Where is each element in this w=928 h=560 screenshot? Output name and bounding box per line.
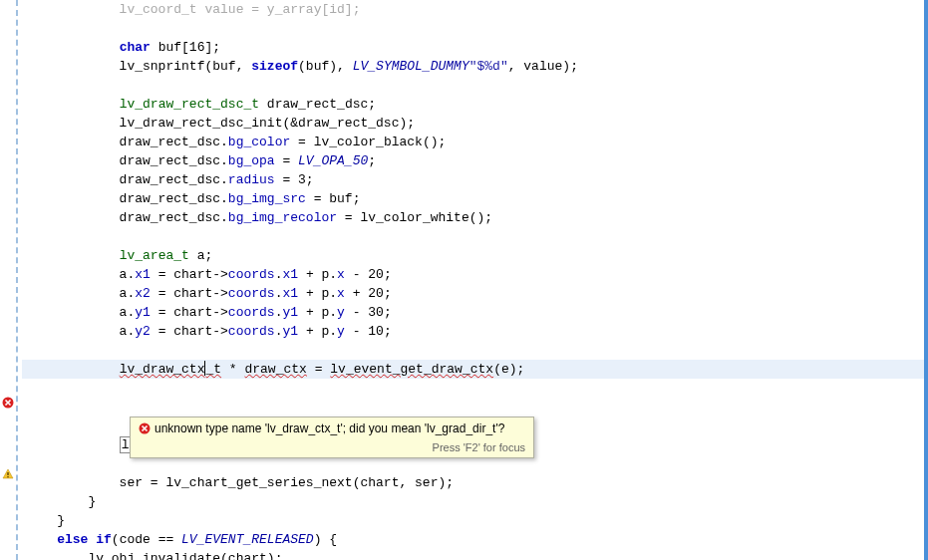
- code-line[interactable]: lv_snprintf(buf, sizeof(buf), LV_SYMBOL_…: [22, 57, 924, 76]
- error-icon[interactable]: [2, 397, 14, 409]
- error-icon: [139, 422, 151, 434]
- code-line[interactable]: draw_rect_dsc.bg_img_recolor = lv_color_…: [22, 208, 924, 227]
- code-line[interactable]: [22, 19, 924, 38]
- error-tooltip[interactable]: unknown type name 'lv_draw_ctx_t'; did y…: [130, 417, 534, 458]
- code-line[interactable]: [22, 341, 924, 360]
- code-line[interactable]: lv_area_t a;: [22, 246, 924, 265]
- code-line[interactable]: lv_obj_invalidate(chart);: [22, 549, 924, 560]
- code-line[interactable]: draw_rect_dsc.radius = 3;: [22, 170, 924, 189]
- code-line[interactable]: }: [22, 492, 924, 511]
- svg-rect-1: [7, 472, 8, 475]
- code-line[interactable]: lv_coord_t value = y_array[id];: [22, 0, 924, 19]
- code-line[interactable]: char buf[16];: [22, 38, 924, 57]
- code-line[interactable]: [22, 227, 924, 246]
- code-editor[interactable]: lv_coord_t value = y_array[id]; char buf…: [0, 0, 928, 560]
- text-cursor: [204, 361, 205, 376]
- code-line[interactable]: a.y2 = chart->coords.y1 + p.y - 10;: [22, 322, 924, 341]
- code-line[interactable]: draw_rect_dsc.bg_img_src = buf;: [22, 189, 924, 208]
- code-line[interactable]: a.x1 = chart->coords.x1 + p.x - 20;: [22, 265, 924, 284]
- code-line[interactable]: lv_draw_rect_dsc_t draw_rect_dsc;: [22, 95, 924, 114]
- editor-content[interactable]: lv_coord_t value = y_array[id]; char buf…: [16, 0, 928, 560]
- code-line[interactable]: }: [22, 511, 924, 530]
- code-line[interactable]: draw_rect_dsc.bg_color = lv_color_black(…: [22, 133, 924, 151]
- code-line[interactable]: ser = lv_chart_get_series_next(chart, se…: [22, 473, 924, 492]
- tooltip-message: unknown type name 'lv_draw_ctx_t'; did y…: [155, 421, 504, 435]
- code-line[interactable]: [22, 379, 924, 398]
- svg-rect-2: [7, 476, 8, 477]
- code-line[interactable]: [22, 398, 924, 417]
- tooltip-hint: Press 'F2' for focus: [131, 439, 533, 457]
- code-line-error[interactable]: lv_draw_ctx_t * draw_ctx = lv_event_get_…: [22, 360, 924, 379]
- gutter: [0, 0, 16, 560]
- warning-icon[interactable]: [2, 468, 14, 480]
- code-line[interactable]: a.y1 = chart->coords.y1 + p.y - 30;: [22, 303, 924, 322]
- code-line[interactable]: [22, 76, 924, 95]
- code-line[interactable]: draw_rect_dsc.bg_opa = LV_OPA_50;: [22, 151, 924, 170]
- code-line[interactable]: lv_draw_rect_dsc_init(&draw_rect_dsc);: [22, 114, 924, 133]
- code-line[interactable]: a.x2 = chart->coords.x1 + p.x + 20;: [22, 284, 924, 303]
- tooltip-message-row: unknown type name 'lv_draw_ctx_t'; did y…: [131, 418, 533, 439]
- code-line[interactable]: else if(code == LV_EVENT_RELEASED) {: [22, 530, 924, 549]
